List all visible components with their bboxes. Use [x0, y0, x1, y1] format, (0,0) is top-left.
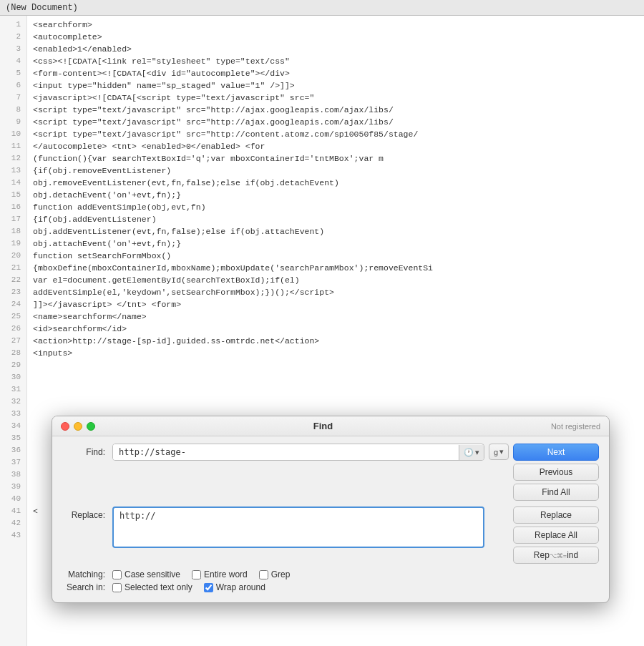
dialog-body: Find: 🕐 ▾	[52, 436, 609, 602]
case-sensitive-option[interactable]: Case sensitive	[112, 569, 180, 579]
dropdown-arrow-icon: ▾	[475, 448, 479, 457]
line-number: 30	[6, 371, 21, 383]
dialog-titlebar: Find Not registered	[52, 416, 609, 436]
grep-checkbox[interactable]	[259, 570, 268, 579]
line-number: 17	[6, 213, 21, 225]
code-line	[33, 371, 638, 383]
code-line: obj.addEventListener(evt,fn,false);else …	[33, 225, 638, 238]
g-dropdown-icon: ▾	[499, 447, 504, 456]
search-in-row: Search in: Selected text only Wrap aroun…	[62, 582, 599, 592]
close-button[interactable]	[61, 422, 69, 431]
replace-input[interactable]	[112, 506, 484, 548]
line-number: 40	[6, 493, 21, 505]
find-extra-buttons: g ▾	[489, 444, 509, 460]
line-number: 32	[6, 396, 21, 408]
traffic-lights	[61, 422, 95, 431]
replace-all-button[interactable]: Replace All	[513, 527, 599, 544]
search-in-options: Selected text only Wrap around	[112, 582, 265, 592]
case-sensitive-label: Case sensitive	[125, 569, 180, 579]
line-number: 34	[6, 420, 21, 432]
code-line: <css><![CDATA[<link rel="stylesheet" typ…	[33, 55, 638, 67]
entire-word-option[interactable]: Entire word	[192, 569, 248, 579]
editor: (New Document) 1234567891011121314151617…	[0, 0, 644, 646]
line-number: 29	[6, 359, 21, 371]
code-line: obj.attachEvent('on'+evt,fn);}	[33, 238, 638, 250]
code-line: addEventSimple(el,'keydown',setSearchFor…	[33, 286, 638, 298]
replace-input-area	[112, 506, 484, 564]
line-number: 42	[6, 517, 21, 529]
line-number: 1	[6, 19, 21, 31]
minimize-button[interactable]	[74, 422, 82, 431]
find-all-button[interactable]: Find All	[513, 484, 599, 501]
code-line: (function(){var searchTextBoxId='q';var …	[33, 152, 638, 165]
line-number: 37	[6, 456, 21, 469]
next-button[interactable]: Next	[513, 444, 599, 461]
code-line: <searchform>	[33, 19, 638, 31]
code-line: <script type="text/javascript" src="http…	[33, 116, 638, 128]
title-bar: (New Document)	[0, 0, 644, 16]
replace-label: Replace:	[62, 506, 112, 520]
selected-text-option[interactable]: Selected text only	[112, 582, 192, 592]
find-field-area: 🕐 ▾ g ▾	[112, 444, 599, 501]
line-number: 23	[6, 286, 21, 298]
maximize-button[interactable]	[87, 422, 95, 431]
replace-action-buttons: Replace Replace All Rep⌥⌘=ind	[513, 506, 599, 564]
line-number: 7	[6, 92, 21, 104]
wrap-around-checkbox[interactable]	[204, 583, 213, 592]
code-line: {if(obj.removeEventListener)	[33, 165, 638, 177]
line-number: 27	[6, 335, 21, 347]
previous-button[interactable]: Previous	[513, 464, 599, 481]
line-number: 10	[6, 128, 21, 140]
entire-word-label: Entire word	[204, 569, 248, 579]
find-input[interactable]	[113, 444, 459, 460]
line-number: 13	[6, 165, 21, 177]
line-number: 9	[6, 116, 21, 128]
line-number: 3	[6, 43, 21, 55]
code-line: <form-content><![CDATA[<div id="autocomp…	[33, 67, 638, 79]
wrap-around-option[interactable]: Wrap around	[204, 582, 265, 592]
line-number: 21	[6, 262, 21, 274]
line-number: 39	[6, 481, 21, 493]
code-line: <enabled>1</enabled>	[33, 43, 638, 55]
matching-label: Matching:	[62, 569, 112, 579]
line-number: 26	[6, 323, 21, 335]
find-replace-dialog: Find Not registered Find: 🕐 ▾	[52, 416, 610, 603]
code-line: {mboxDefine(mboxContainerId,mboxName);mb…	[33, 262, 638, 274]
find-action-buttons: Next Previous Find All	[513, 444, 599, 501]
find-input-area: 🕐 ▾	[112, 444, 484, 501]
entire-word-checkbox[interactable]	[192, 570, 201, 579]
code-line	[33, 383, 638, 396]
code-line: <script type="text/javascript" src="http…	[33, 104, 638, 116]
line-number: 4	[6, 55, 21, 67]
line-number: 8	[6, 104, 21, 116]
grep-label: Grep	[271, 569, 291, 579]
code-line: <name>searchform</name>	[33, 310, 638, 323]
selected-text-checkbox[interactable]	[112, 583, 122, 592]
line-number: 36	[6, 444, 21, 456]
code-line: {if(obj.addEventListener)	[33, 213, 638, 225]
code-line: <inputs>	[33, 347, 638, 359]
find-label: Find:	[62, 444, 112, 457]
code-line: ]]></javascript> </tnt> <form>	[33, 298, 638, 310]
grep-option[interactable]: Grep	[259, 569, 291, 579]
line-number: 28	[6, 347, 21, 359]
find-input-wrapper: 🕐 ▾	[112, 444, 484, 461]
replace-button[interactable]: Replace	[513, 506, 599, 524]
not-registered-label: Not registered	[551, 422, 600, 431]
line-number: 33	[6, 408, 21, 420]
line-number: 5	[6, 67, 21, 79]
code-line: <script type="text/javascript" src="http…	[33, 128, 638, 140]
line-number: 31	[6, 383, 21, 396]
code-line: function setSearchFormMbox()	[33, 250, 638, 262]
code-line: <autocomplete>	[33, 31, 638, 43]
line-number: 2	[6, 31, 21, 43]
case-sensitive-checkbox[interactable]	[112, 570, 122, 579]
find-history-button[interactable]: 🕐 ▾	[459, 445, 484, 460]
line-number: 16	[6, 201, 21, 213]
g-options-button[interactable]: g ▾	[489, 444, 509, 460]
code-line: <javascript><![CDATA[<script type="text/…	[33, 92, 638, 104]
line-number: 38	[6, 469, 21, 481]
replace-find-button[interactable]: Rep⌥⌘=ind	[513, 547, 599, 564]
line-number: 14	[6, 177, 21, 189]
line-number: 24	[6, 298, 21, 310]
